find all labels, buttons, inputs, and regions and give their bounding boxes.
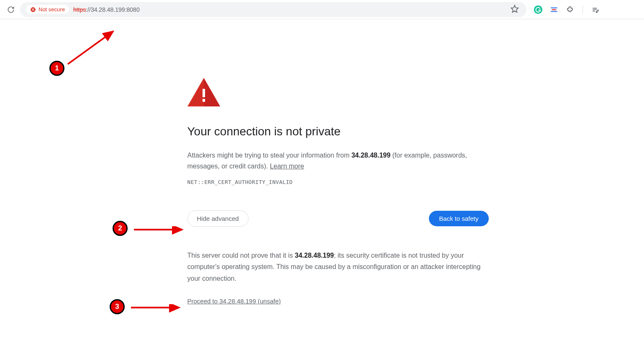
url-protocol: https (73, 6, 86, 13)
svg-rect-8 (203, 99, 205, 102)
security-label: Not secure (38, 6, 65, 13)
annotation-arrow-3 (127, 304, 185, 313)
not-secure-icon (30, 7, 36, 13)
extension-lines[interactable] (549, 5, 559, 15)
security-chip[interactable]: Not secure (26, 5, 69, 14)
media-control-button[interactable] (590, 5, 600, 15)
error-code: NET::ERR_CERT_AUTHORITY_INVALID (187, 179, 489, 185)
proceed-unsafe-link[interactable]: Proceed to 34.28.48.199 (unsafe) (187, 298, 281, 305)
error-message: Attackers might be trying to steal your … (187, 150, 489, 171)
toolbar-divider (582, 5, 583, 14)
annotation-2: 2 (113, 221, 128, 236)
back-to-safety-button[interactable]: Back to safety (429, 211, 488, 226)
music-note-icon (591, 5, 600, 14)
address-bar[interactable]: Not secure https://34.28.48.199:8080 (20, 2, 526, 17)
bookmark-button[interactable] (509, 3, 521, 16)
svg-point-3 (596, 11, 598, 13)
advanced-explanation: This server could not prove that it is 3… (187, 250, 489, 284)
svg-point-2 (534, 5, 542, 13)
extensions-button[interactable] (565, 5, 575, 15)
toolbar-extensions (530, 5, 600, 15)
extension-grammarly[interactable] (533, 5, 543, 15)
annotation-circle-3: 3 (110, 299, 125, 314)
puzzle-icon (566, 5, 574, 14)
grammarly-icon (534, 5, 543, 14)
warning-icon (187, 78, 489, 108)
annotation-1: 1 (49, 61, 64, 76)
star-icon (511, 5, 519, 13)
advanced-host: 34.28.48.199 (295, 252, 334, 259)
annotation-circle-1: 1 (49, 61, 64, 76)
error-heading: Your connection is not private (187, 125, 489, 138)
svg-marker-6 (204, 78, 220, 106)
svg-line-10 (68, 31, 113, 64)
annotation-arrow-1 (63, 23, 121, 69)
annotation-circle-2: 2 (113, 221, 128, 236)
learn-more-link[interactable]: Learn more (270, 163, 304, 170)
annotation-arrow-2 (130, 226, 188, 235)
button-row: Hide advanced Back to safety (187, 210, 489, 227)
svg-rect-7 (203, 89, 205, 97)
url-rest: ://34.28.48.199:8080 (86, 6, 139, 13)
ssl-error-interstitial: Your connection is not private Attackers… (187, 19, 489, 305)
hide-advanced-button[interactable]: Hide advanced (187, 210, 249, 227)
error-host: 34.28.48.199 (352, 152, 390, 159)
browser-toolbar: Not secure https://34.28.48.199:8080 (0, 0, 644, 19)
url-display: https://34.28.48.199:8080 (73, 6, 505, 13)
svg-marker-1 (511, 5, 518, 12)
reload-button[interactable] (5, 4, 17, 16)
lines-icon (550, 5, 558, 14)
reload-icon (7, 6, 15, 13)
annotation-3: 3 (110, 299, 125, 314)
